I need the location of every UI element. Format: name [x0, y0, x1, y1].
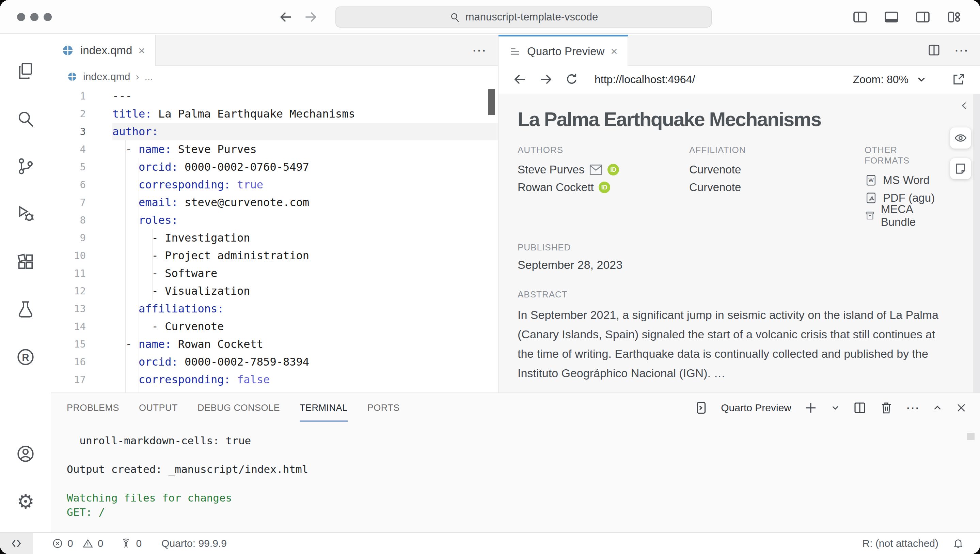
code-line[interactable]: 4 - name: Steve Purves: [51, 140, 498, 158]
new-terminal-icon[interactable]: [803, 401, 818, 415]
toggle-panel-icon[interactable]: [883, 9, 900, 25]
ports-status[interactable]: 0: [120, 538, 142, 549]
editor-more-actions-icon[interactable]: ⋯: [472, 42, 486, 59]
maximize-window-button[interactable]: [44, 13, 52, 21]
code-line[interactable]: 6 corresponding: true: [51, 176, 498, 193]
reload-icon[interactable]: [565, 72, 579, 86]
code-line[interactable]: 13 affiliations:: [51, 300, 498, 318]
preview-more-actions-icon[interactable]: ⋯: [954, 42, 969, 59]
tab-problems[interactable]: PROBLEMS: [67, 393, 119, 423]
search-icon[interactable]: [0, 95, 51, 142]
split-terminal-icon[interactable]: [853, 401, 867, 415]
problems-status[interactable]: 0 0: [52, 538, 103, 549]
code-line[interactable]: 17 corresponding: false: [51, 371, 498, 388]
breadcrumb[interactable]: index.qmd › ...: [51, 66, 498, 87]
line-number: 5: [51, 158, 112, 176]
toggle-primary-sidebar-icon[interactable]: [852, 9, 868, 25]
tab-output[interactable]: OUTPUT: [139, 393, 178, 423]
editor-scrollbar-thumb[interactable]: [488, 89, 495, 115]
line-number: 7: [51, 193, 112, 211]
zoom-control[interactable]: Zoom: 80%: [853, 73, 928, 86]
code-line[interactable]: 3author:: [51, 123, 498, 140]
close-tab-icon[interactable]: ×: [138, 44, 145, 57]
code-line[interactable]: 11 - Software: [51, 264, 498, 282]
customize-layout-icon[interactable]: [946, 9, 962, 25]
breadcrumb-file[interactable]: index.qmd: [83, 71, 130, 83]
code-line[interactable]: 2title: La Palma Earthquake Mechanisms: [51, 105, 498, 123]
tab-terminal[interactable]: TERMINAL: [300, 393, 348, 423]
panel-more-actions-icon[interactable]: ⋯: [906, 400, 920, 416]
close-tab-icon[interactable]: ×: [611, 45, 617, 58]
status-bar: 0 0 0 Quarto: 99.9.9 R: (not attached): [0, 532, 980, 554]
terminal-dropdown-chevron-icon[interactable]: [830, 403, 840, 413]
tab-index-qmd[interactable]: index.qmd ×: [51, 35, 156, 66]
minimize-window-button[interactable]: [30, 13, 38, 21]
r-session-status[interactable]: R: (not attached): [862, 538, 939, 549]
toggle-preview-eye-button[interactable]: [950, 128, 971, 148]
terminal-process-icon[interactable]: [694, 401, 709, 415]
panel-scrollbar[interactable]: [967, 433, 975, 440]
quarto-version-status[interactable]: Quarto: 99.9.9: [161, 538, 227, 549]
code-text: roles:: [112, 211, 178, 229]
line-number: 13: [51, 300, 112, 318]
code-line[interactable]: 10 - Project administration: [51, 247, 498, 264]
preview-url[interactable]: http://localhost:4964/: [595, 73, 841, 86]
code-line[interactable]: 8 roles:: [51, 211, 498, 229]
code-line[interactable]: 16 orcid: 0000-0002-7859-8394: [51, 353, 498, 371]
terminal-line: Watching files for changes: [67, 491, 308, 505]
code-line[interactable]: 5 orcid: 0000-0002-0760-5497: [51, 158, 498, 176]
explorer-icon[interactable]: [0, 47, 51, 95]
format-link[interactable]: W MS Word: [865, 171, 939, 189]
notifications-bell-icon[interactable]: [952, 537, 964, 549]
breadcrumb-symbol[interactable]: ...: [145, 71, 153, 83]
notes-page-button[interactable]: [950, 158, 971, 179]
email-icon[interactable]: [589, 164, 603, 175]
vscode-window: manuscript-template-vscode: [0, 0, 980, 554]
code-line[interactable]: 12 - Visualization: [51, 282, 498, 300]
code-line[interactable]: 7 email: steve@curvenote.com: [51, 193, 498, 211]
code-line[interactable]: 1---: [51, 87, 498, 105]
authors-column: AUTHORS Steve Purves iD Rowan Cockett iD: [518, 145, 689, 225]
history-back-icon[interactable]: [278, 10, 294, 24]
testing-beaker-icon[interactable]: [0, 286, 51, 333]
preview-tab-bar: Quarto Preview × ⋯: [498, 35, 980, 66]
kill-terminal-trash-icon[interactable]: [879, 401, 894, 415]
code-line[interactable]: 15 - name: Rowan Cockett: [51, 335, 498, 353]
preview-forward-icon[interactable]: [539, 72, 553, 86]
source-control-icon[interactable]: [0, 142, 51, 190]
tab-ports[interactable]: PORTS: [368, 393, 400, 423]
orcid-icon[interactable]: iD: [599, 182, 610, 193]
code-text: - Curvenote: [112, 318, 224, 335]
terminal-session-label[interactable]: Quarto Preview: [721, 402, 791, 414]
tab-quarto-preview[interactable]: Quarto Preview ×: [498, 35, 628, 66]
line-number: 15: [51, 335, 112, 353]
extensions-icon[interactable]: [0, 238, 51, 286]
terminal-line: [67, 476, 308, 491]
settings-gear-icon[interactable]: ⚙: [0, 478, 51, 525]
chevron-left-icon[interactable]: [958, 99, 970, 112]
line-number: 10: [51, 247, 112, 264]
code-text: title: La Palma Earthquake Mechanisms: [112, 105, 355, 123]
code-line[interactable]: 9 - Investigation: [51, 229, 498, 247]
remote-indicator[interactable]: [0, 533, 33, 554]
code-editor[interactable]: 1---2title: La Palma Earthquake Mechanis…: [51, 87, 498, 393]
preview-scrollbar[interactable]: [973, 94, 980, 393]
open-external-icon[interactable]: [951, 72, 966, 86]
run-and-debug-icon[interactable]: [0, 190, 51, 238]
close-window-button[interactable]: [17, 13, 25, 21]
command-center-search[interactable]: manuscript-template-vscode: [336, 6, 712, 27]
code-line[interactable]: 14 - Curvenote: [51, 318, 498, 335]
accounts-icon[interactable]: [0, 430, 51, 478]
line-number: 12: [51, 282, 112, 300]
history-forward-icon[interactable]: [303, 10, 318, 24]
close-panel-icon[interactable]: [956, 402, 967, 414]
split-editor-icon[interactable]: [927, 43, 941, 57]
maximize-panel-chevron-icon[interactable]: [932, 402, 943, 414]
r-language-icon[interactable]: R: [0, 333, 51, 381]
toggle-secondary-sidebar-icon[interactable]: [915, 9, 931, 25]
orcid-icon[interactable]: iD: [608, 164, 619, 176]
line-number: 2: [51, 105, 112, 123]
tab-debug-console[interactable]: DEBUG CONSOLE: [197, 393, 280, 423]
format-link[interactable]: MECA Bundle: [865, 207, 939, 225]
preview-back-icon[interactable]: [513, 72, 527, 86]
